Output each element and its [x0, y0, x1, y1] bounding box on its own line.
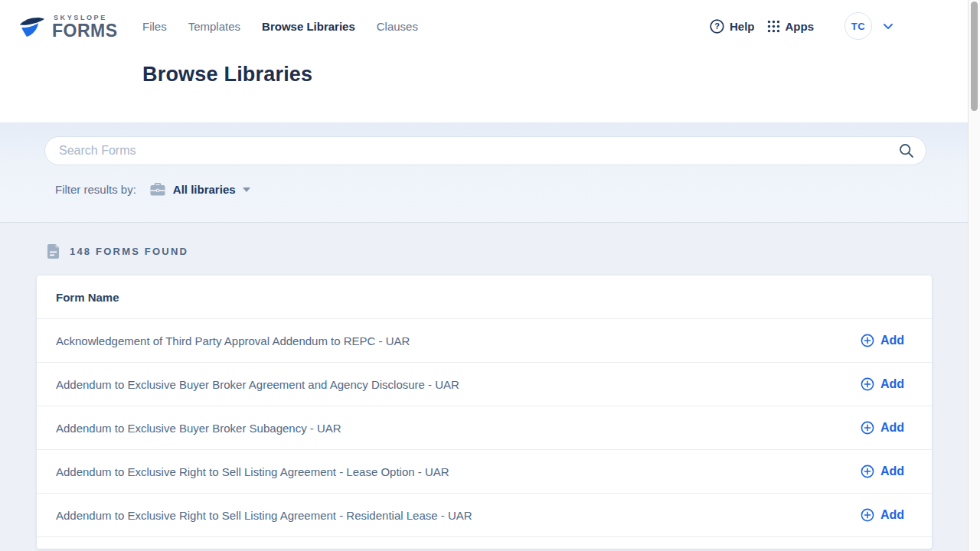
forms-found-row: 148 FORMS FOUND	[0, 223, 968, 259]
filter-row: Filter results by: All libraries	[55, 183, 926, 196]
form-name: Addendum to Exclusive Right to Sell List…	[56, 509, 472, 522]
form-name: Addendum to Exclusive Buyer Broker Subag…	[56, 422, 341, 435]
apps-label: Apps	[786, 20, 815, 33]
form-name: Addendum to Exclusive Buyer Broker Agree…	[56, 378, 459, 391]
header-actions: ? Help Apps TC	[710, 12, 893, 40]
column-header-form-name: Form Name	[56, 291, 119, 304]
forms-found-count: 148 FORMS FOUND	[70, 246, 188, 257]
main-nav: Files Templates Browse Libraries Clauses	[142, 20, 418, 33]
apps-button[interactable]: Apps	[767, 20, 815, 33]
scrollbar-thumb[interactable]	[971, 2, 978, 111]
svg-text:?: ?	[714, 21, 720, 31]
skyslope-logo-icon	[17, 15, 47, 42]
add-button-label: Add	[880, 377, 904, 391]
add-button[interactable]: Add	[861, 377, 904, 391]
add-button-label: Add	[880, 334, 904, 347]
add-button[interactable]: Add	[861, 421, 904, 435]
avatar-initials: TC	[851, 21, 865, 32]
search-bar	[44, 136, 926, 165]
form-name: Acknowledgement of Third Party Approval …	[56, 334, 410, 347]
plus-circle-icon	[861, 465, 874, 478]
app-window: SKYSLOPE FORMS Files Templates Browse Li…	[0, 0, 968, 551]
table-row: Addendum to Exclusive Right to Sell List…	[37, 494, 932, 537]
apps-grid-icon	[767, 20, 780, 33]
search-icon[interactable]	[899, 143, 914, 161]
add-button[interactable]: Add	[861, 334, 904, 347]
caret-down-icon[interactable]	[243, 187, 250, 192]
scrollbar[interactable]	[968, 0, 980, 551]
plus-circle-icon	[861, 508, 874, 522]
add-button[interactable]: Add	[861, 508, 904, 522]
table-header-row: Form Name	[37, 276, 932, 319]
main-content: 148 FORMS FOUND Form Name Acknowledgemen…	[0, 222, 968, 551]
plus-circle-icon	[861, 421, 874, 435]
library-filter-dropdown[interactable]: All libraries	[173, 183, 236, 196]
avatar[interactable]: TC	[844, 12, 872, 40]
plus-circle-icon	[861, 334, 874, 347]
table-row-partial	[37, 537, 932, 549]
forms-table: Form Name Acknowledgement of Third Party…	[37, 276, 932, 549]
header: SKYSLOPE FORMS Files Templates Browse Li…	[0, 0, 968, 122]
help-label: Help	[730, 20, 755, 33]
skyslope-forms-logo[interactable]: SKYSLOPE FORMS	[17, 10, 142, 42]
nav-files[interactable]: Files	[142, 20, 167, 33]
add-button-label: Add	[880, 508, 904, 522]
briefcase-icon	[150, 183, 165, 196]
account-menu-toggle[interactable]	[883, 23, 893, 30]
plus-circle-icon	[861, 377, 874, 391]
page-title: Browse Libraries	[142, 63, 968, 86]
chevron-down-icon	[883, 23, 893, 30]
search-section: Filter results by: All libraries	[0, 122, 968, 222]
help-button[interactable]: ? Help	[710, 19, 755, 34]
add-button[interactable]: Add	[861, 465, 904, 478]
form-name: Addendum to Exclusive Right to Sell List…	[56, 465, 449, 478]
table-row: Addendum to Exclusive Buyer Broker Agree…	[37, 363, 932, 406]
nav-clauses[interactable]: Clauses	[377, 20, 418, 33]
help-icon: ?	[710, 19, 724, 34]
brand-name-bottom: FORMS	[52, 22, 118, 40]
top-navigation-bar: SKYSLOPE FORMS Files Templates Browse Li…	[0, 0, 968, 52]
table-row: Addendum to Exclusive Buyer Broker Subag…	[37, 406, 932, 450]
nav-browse-libraries[interactable]: Browse Libraries	[262, 20, 355, 33]
table-row: Acknowledgement of Third Party Approval …	[37, 319, 932, 363]
add-button-label: Add	[880, 465, 904, 478]
table-row: Addendum to Exclusive Right to Sell List…	[37, 450, 932, 494]
search-input[interactable]	[44, 136, 926, 165]
add-button-label: Add	[880, 421, 904, 435]
document-icon	[47, 243, 60, 259]
form-table-body: Acknowledgement of Third Party Approval …	[37, 319, 932, 537]
nav-templates[interactable]: Templates	[188, 20, 240, 33]
filter-label: Filter results by:	[55, 183, 136, 196]
